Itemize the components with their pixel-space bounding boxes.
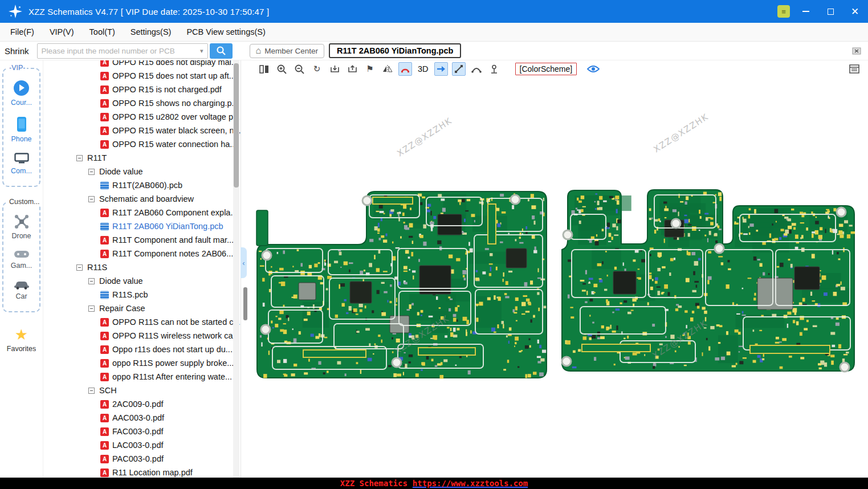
tree-item[interactable]: Aoppo R11S power supply broke... [43,356,241,370]
tab-pcb-file[interactable]: R11T 2AB060 YiDianTong.pcb [329,43,461,58]
tree-item[interactable]: AFAC003-0.pdf [43,425,241,438]
tree-item[interactable]: R11T [43,151,241,165]
tree-item[interactable]: AOPPO R15 is not charged.pdf [43,83,241,96]
collapse-icon[interactable] [76,155,83,161]
measure-curve-icon[interactable] [470,62,483,76]
flag-icon[interactable]: ⚑ [363,62,377,76]
sidebar-item-drone[interactable]: Drone [3,214,39,240]
tree-item[interactable]: R11T(2AB060).pcb [43,178,241,192]
maximize-button[interactable] [822,3,839,19]
chevron-down-icon[interactable]: ▾ [200,47,203,55]
panel-splitter[interactable]: ‹ [241,60,248,478]
tree-item[interactable]: ALAC003-0.pdf [43,438,241,452]
tree-item[interactable]: APAC003-0.pdf [43,452,241,466]
sidebar-item-game[interactable]: Gam... [3,250,39,270]
collapse-tree-handle[interactable]: ‹ [241,247,247,278]
tree-item-label: OPPO R15 water black screen, n... [112,126,241,135]
tree-item[interactable]: Aoppo R11st After entering wate... [43,370,241,384]
menu-pcb-view-settings[interactable]: PCB View settings(S) [186,27,265,36]
tree-item[interactable]: AOppo r11s does not start up du... [43,343,241,356]
close-button[interactable]: ✕ [846,3,863,19]
tree-item[interactable]: R11T 2AB060 YiDianTong.pcb [43,219,241,233]
collapse-icon[interactable] [76,264,83,271]
tree-item[interactable]: AOPPO R15 does not start up aft... [43,69,241,83]
layer-panel-icon[interactable] [847,62,861,76]
sidebar-item-computer[interactable]: Com... [3,153,39,175]
home-icon: ⌂ [256,46,262,55]
tree-item[interactable]: AOPPO R11S can not be started c... [43,315,241,329]
tree-item[interactable]: AR11T 2AB060 Component expla... [43,206,241,219]
close-tabs-icon[interactable] [851,46,862,56]
tree-item[interactable]: AR11T Component and fault mar... [43,233,241,247]
menu-tool[interactable]: Tool(T) [89,27,115,36]
tree-item-label: R11T Component and fault mar... [112,235,234,244]
pdf-icon: A [100,441,109,450]
tree-item[interactable]: AR11 Location map.pdf [43,466,241,478]
sidebar-item-label: Gam... [11,262,32,270]
pcb-canvas[interactable]: XZZ@XZZHKXZZ@XZZHKXZZ@XZZHKXZZ@XZZHK [248,78,868,478]
silkscreen-highlight-icon[interactable] [398,62,412,76]
pdf-icon: A [100,318,109,327]
tree-item-label: SCH [99,386,117,395]
menu-file[interactable]: File(F) [10,27,34,36]
minimize-button[interactable] [797,3,814,19]
tree-item[interactable]: Diode value [43,165,241,178]
collapse-icon[interactable] [88,305,95,312]
tree-scrollbar-thumb[interactable] [234,63,239,188]
tree-item[interactable]: AAAC003-0.pdf [43,411,241,425]
tree-scrollbar[interactable] [233,60,239,478]
jump-arrow-icon[interactable] [434,62,448,76]
tree-item[interactable]: Diode value [43,274,241,288]
collapse-icon[interactable] [88,196,95,202]
tree-item[interactable]: AOPPO R15 u2802 over voltage p... [43,110,241,124]
status-url-link[interactable]: https://www.xzztools.com [413,479,528,488]
zoom-out-icon[interactable] [292,62,306,76]
model-search-combo[interactable]: ▾ [37,43,208,59]
rotate-icon[interactable]: ↻ [310,62,324,76]
tree-item[interactable]: SCH [43,384,241,397]
menubar: File(F) VIP(V) Tool(T) Settings(S) PCB V… [0,23,868,42]
shrink-button[interactable]: Shrink [5,46,29,56]
sidebar-item-car[interactable]: Car [3,279,39,300]
tree-item-label: Repair Case [99,304,145,313]
measure-line-icon[interactable] [452,62,466,76]
svg-text:XZZ@XZZHK: XZZ@XZZHK [651,112,710,155]
tree-item-label: Diode value [99,276,143,286]
tree-item-label: R11T 2AB060 YiDianTong.pcb [112,222,223,231]
pcb-icon [100,181,109,190]
origin-icon[interactable] [487,62,501,76]
member-center-button[interactable]: ⌂ Member Center [250,44,324,58]
tree-item[interactable]: Schematic and boardview [43,192,241,206]
collapse-icon[interactable] [88,388,95,394]
compare-view-icon[interactable] [257,62,271,76]
tree-item[interactable]: AOPPO R11S wireless network ca... [43,329,241,343]
tree-item[interactable]: Repair Case [43,301,241,315]
colorscheme-button[interactable]: [ColorScheme] [515,63,577,75]
menu-settings[interactable]: Settings(S) [131,27,172,36]
tree-item[interactable]: AOPPO R15 water connection ha... [43,137,241,151]
collapse-icon[interactable] [88,278,95,284]
tree-item[interactable]: AOPPO R15 does not display mai... [43,60,241,69]
tree-item[interactable]: R11S [43,260,241,274]
sidebar-item-favorites[interactable]: ★ Favorites [0,327,43,353]
search-button[interactable] [210,43,233,59]
tool-box-icon[interactable]: ≡ [777,5,790,18]
tree-item[interactable]: R11S.pcb [43,288,241,301]
eye-icon[interactable] [586,62,600,76]
sidebar-item-phone[interactable]: Phone [3,116,39,143]
board-back-icon[interactable] [345,62,359,76]
threed-button[interactable]: 3D [416,62,430,76]
tree-item[interactable]: AOPPO R15 shows no charging.p... [43,96,241,110]
mirror-flip-icon[interactable] [381,62,394,76]
search-input[interactable] [42,47,198,55]
collapse-icon[interactable] [88,169,95,175]
splitter-scroll-thumb[interactable] [243,287,247,320]
board-front-icon[interactable] [328,62,341,76]
tree-item[interactable]: AOPPO R15 water black screen, n... [43,124,241,137]
zoom-in-icon[interactable] [275,62,288,76]
sidebar-item-course[interactable]: Cour... [3,80,39,107]
car-icon [14,279,30,290]
tree-item[interactable]: AR11T Component notes 2AB06... [43,247,241,260]
menu-vip[interactable]: VIP(V) [50,27,74,36]
tree-item[interactable]: A2AC009-0.pdf [43,397,241,411]
